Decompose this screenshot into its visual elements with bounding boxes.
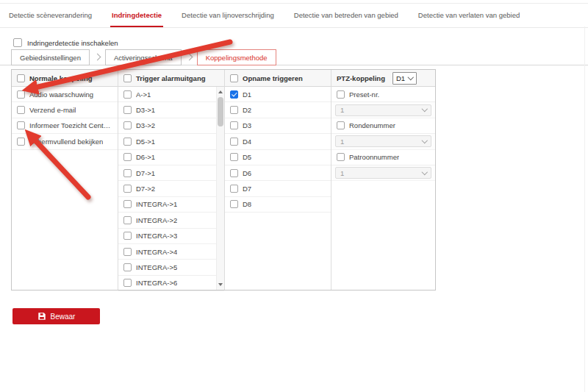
- column-record-trigger: Opname triggeren D1D2D3D4D5D6D7D8: [225, 70, 331, 290]
- checkbox[interactable]: [230, 169, 238, 177]
- alarm-output-item[interactable]: D7->2: [118, 181, 224, 196]
- checkbox[interactable]: [230, 106, 238, 114]
- alarm-output-item[interactable]: INTEGRA->1: [118, 197, 224, 213]
- row-label: D1: [243, 90, 251, 99]
- tab-detectie-sc-neverandering[interactable]: Detectie scèneverandering: [7, 4, 93, 27]
- record-trigger-item[interactable]: D8: [225, 197, 331, 213]
- record-trigger-item[interactable]: D7: [225, 181, 331, 196]
- alarm-output-item[interactable]: INTEGRA->5: [118, 260, 224, 275]
- alarm-output-header-label: Trigger alarmuitgang: [136, 74, 206, 82]
- tab-detectie-van-lijnoverschrijding[interactable]: Detectie van lijnoverschrijding: [180, 4, 276, 27]
- enable-intrusion-checkbox[interactable]: [13, 38, 22, 47]
- enable-intrusion-row[interactable]: Indringerdetectie inschakelen: [13, 38, 118, 47]
- checkbox[interactable]: [17, 138, 25, 146]
- scrollbar-down-button[interactable]: [217, 280, 224, 289]
- checkbox[interactable]: [337, 153, 345, 161]
- alarm-output-item[interactable]: INTEGRA->4: [118, 244, 224, 260]
- checkbox[interactable]: [230, 138, 238, 146]
- checkbox[interactable]: [123, 153, 132, 161]
- scrollbar-up-button[interactable]: [217, 88, 224, 96]
- alarm-output-item[interactable]: D7->1: [118, 165, 224, 181]
- row-label: D5: [243, 153, 251, 161]
- ptz-option-preset-nr[interactable]: Preset-nr.: [331, 87, 435, 102]
- alarm-output-select-all-checkbox[interactable]: [123, 74, 132, 82]
- alarm-output-item[interactable]: D5->1: [118, 134, 224, 149]
- ptz-linkage-list: Preset-nr.1Rondenummer1Patroonnummer1: [331, 87, 435, 181]
- tab-indringdetectie[interactable]: Indringdetectie: [110, 4, 163, 27]
- row-label: D7->2: [136, 185, 155, 193]
- normal-linkage-item[interactable]: Schermvullend bekijken: [12, 134, 118, 149]
- ptz-channel-select[interactable]: D1: [392, 72, 417, 85]
- ptz-number-select-rondenummer[interactable]: 1: [335, 135, 431, 147]
- record-trigger-item[interactable]: D1: [225, 87, 331, 102]
- ptz-option-patroonnummer[interactable]: Patroonnummer: [331, 150, 435, 165]
- checkbox[interactable]: [337, 90, 345, 99]
- alarm-output-item[interactable]: INTEGRA->6: [118, 276, 224, 291]
- checkbox[interactable]: [230, 121, 238, 129]
- normal-linkage-item[interactable]: Verzend e-mail: [12, 102, 118, 118]
- step-gebiedsinstellingen[interactable]: Gebiedsinstellingen: [11, 49, 90, 65]
- ptz-option-rondenummer[interactable]: Rondenummer: [331, 118, 435, 134]
- alarm-output-item[interactable]: D3->2: [118, 118, 224, 134]
- checkbox[interactable]: [123, 279, 132, 287]
- checkbox[interactable]: [230, 200, 238, 208]
- scrollbar-thumb[interactable]: [218, 97, 223, 126]
- alarm-output-item[interactable]: D6->1: [118, 150, 224, 165]
- alarm-output-scrollbar[interactable]: [216, 87, 224, 290]
- checkbox[interactable]: [123, 216, 132, 224]
- checkbox[interactable]: [17, 106, 25, 114]
- tab-detectie-van-betreden-van-gebied[interactable]: Detectie van betreden van gebied: [293, 4, 400, 27]
- step-koppelingsmethode[interactable]: Koppelingsmethode: [197, 49, 276, 65]
- intrusion-detection-settings-page: Detectie scèneveranderingIndringdetectie…: [0, 0, 588, 392]
- alarm-output-item[interactable]: D3->1: [118, 102, 224, 118]
- enable-intrusion-label: Indringerdetectie inschakelen: [27, 39, 118, 47]
- checkbox[interactable]: [230, 185, 238, 193]
- select-value: 1: [340, 138, 344, 146]
- checkbox[interactable]: [230, 153, 238, 161]
- checkbox[interactable]: [123, 248, 132, 256]
- alarm-output-item[interactable]: INTEGRA->3: [118, 229, 224, 244]
- record-trigger-item[interactable]: D4: [225, 134, 331, 149]
- checkbox[interactable]: [17, 90, 25, 99]
- tab-bar: Detectie scèneveranderingIndringdetectie…: [0, 3, 588, 28]
- checkbox[interactable]: [123, 138, 132, 146]
- record-trigger-item[interactable]: D3: [225, 118, 331, 134]
- alarm-output-item[interactable]: A->1: [118, 87, 224, 102]
- select-value: 1: [340, 169, 344, 177]
- checkbox[interactable]: [123, 263, 132, 271]
- row-label: D5->1: [136, 138, 155, 146]
- ptz-channel-select-value: D1: [396, 74, 405, 82]
- ptz-select-row-patroonnummer: 1: [331, 165, 435, 181]
- record-trigger-item[interactable]: D2: [225, 102, 331, 118]
- record-trigger-item[interactable]: D6: [225, 165, 331, 181]
- ptz-number-select-preset-nr[interactable]: 1: [335, 104, 431, 116]
- ptz-select-row-rondenummer: 1: [331, 134, 435, 149]
- normal-linkage-item[interactable]: Audio waarschuwing: [12, 87, 118, 102]
- ptz-number-select-patroonnummer[interactable]: 1: [335, 167, 431, 179]
- checkbox[interactable]: [17, 121, 25, 129]
- alarm-output-item[interactable]: INTEGRA->2: [118, 213, 224, 228]
- checkbox[interactable]: [123, 106, 132, 114]
- checkbox[interactable]: [123, 185, 132, 193]
- checkbox[interactable]: [123, 121, 132, 129]
- ptz-select-row-preset-nr: 1: [331, 102, 435, 118]
- normal-linkage-list: Audio waarschuwingVerzend e-mailInformee…: [12, 87, 118, 150]
- checkbox[interactable]: [123, 90, 132, 99]
- chevron-down-icon: [421, 106, 427, 112]
- checkbox[interactable]: [337, 121, 345, 129]
- save-button[interactable]: Bewaar: [12, 308, 100, 324]
- column-ptz-linkage: PTZ-koppeling D1 Preset-nr.1Rondenummer1…: [331, 70, 435, 290]
- tab-detectie-van-verlaten-van-gebied[interactable]: Detectie van verlaten van gebied: [417, 4, 521, 27]
- checkbox[interactable]: [123, 200, 132, 208]
- checkbox[interactable]: [123, 232, 132, 240]
- record-trigger-item[interactable]: D5: [225, 150, 331, 165]
- normal-linkage-select-all-checkbox[interactable]: [17, 74, 25, 82]
- step-activeringsschema[interactable]: Activeringsschema: [105, 49, 182, 65]
- row-label: INTEGRA->1: [136, 200, 177, 208]
- record-trigger-select-all-checkbox[interactable]: [230, 74, 238, 82]
- checkbox[interactable]: [230, 90, 238, 99]
- checkbox[interactable]: [123, 169, 132, 177]
- save-floppy-icon: [37, 312, 46, 321]
- normal-linkage-item[interactable]: Informeer Toezicht Centrum: [12, 118, 118, 134]
- normal-linkage-header: Normale koppeling: [12, 70, 118, 87]
